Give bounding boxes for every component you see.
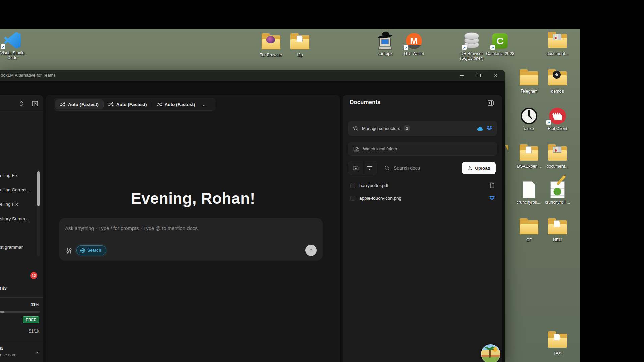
desktop-icon-neu[interactable]: NEU [542,218,573,242]
minimize-button[interactable] [454,70,469,81]
desktop-icon-label: crunchyroll.... [514,200,544,205]
sidebar-item-spelling-fix-2[interactable]: elling Fix [0,202,36,207]
desktop-icon-label: NEU [542,238,573,242]
desktop-icon-crunchyroll-2[interactable]: crunchyroll.... [542,180,573,205]
collapse-panel-left-icon[interactable] [31,100,39,108]
desktop-icon-dsaexperi[interactable]: DSAExperi... [514,144,544,169]
dropbox-icon [486,126,492,131]
folder-doc-icon [290,35,309,49]
desktop-icon-label: CF [514,238,544,242]
web-search-toggle[interactable]: Search [76,245,106,255]
desktop-icon-document-right[interactable]: document... [542,144,573,169]
model-tab-3[interactable]: Auto (Fastest) [152,99,200,109]
desktop-icon-i2p[interactable]: i2p [285,33,315,57]
sidebar-item-test-grammar[interactable]: st grammar [0,245,36,250]
folder-doc-icon [548,220,567,234]
watch-local-folder-row[interactable]: Watch local folder [348,142,497,156]
sidebar: elling Fix elling Correct... elling Fix … [0,95,43,362]
desktop-icon-label: Telegram [514,89,544,94]
connector-count-badge: 2 [404,125,410,132]
file-name: apple-touch-icon.png [359,196,485,201]
minimize-icon [460,75,464,76]
collapse-panel-right-icon[interactable] [487,100,494,106]
main-content: Auto (Fastest) Auto (Fastest) Auto (Fast… [46,95,340,362]
desktop-icon-surf-ppk[interactable]: surf.ppk [370,32,400,56]
upload-icon [467,166,472,171]
desktop-icon-tor-browser[interactable]: Tor Browser [256,33,286,57]
filter-icon [367,166,372,170]
tune-sliders-icon[interactable] [66,247,72,254]
desktop-icon-label: Camtasia 2023 [485,51,515,56]
desktop-icon-label: crunchyroll.... [542,200,573,205]
sidebar-scrollbar-thumb[interactable] [37,171,40,206]
usage-progress-bar [0,311,40,313]
upload-button[interactable]: Upload [462,162,496,174]
notification-count-badge: 12 [30,272,37,279]
shuffle-icon [108,102,114,107]
account-name: a [0,345,3,351]
folder-icon [520,220,538,234]
desktop-icon-riot-client[interactable]: ↗ Riot Client [542,107,573,131]
clock-icon [521,108,537,124]
desktop-icon-label: Visual Studio Code [0,51,26,60]
desktop-icon-db-browser[interactable]: ↗ DB Browser (SQLCipher) [457,32,487,61]
manage-connectors-row[interactable]: Manage connectors 2 [348,121,497,136]
new-folder-button[interactable] [348,161,363,175]
tropical-photo-icon[interactable] [481,344,500,362]
window-titlebar[interactable]: ookLM Alternative for Teams × [0,70,505,81]
plug-icon [352,124,360,132]
model-tab-2[interactable]: Auto (Fastest) [104,99,152,109]
account-menu-button[interactable] [36,350,38,356]
model-tab-label: Auto (Fastest) [68,102,99,107]
desktop-icon-label: GUI Wallet [399,51,429,56]
folder-photo-icon [548,146,567,161]
desktop-icon-demos[interactable]: demos [542,69,573,94]
sidebar-scrollbar-track[interactable] [37,169,40,256]
doc-search-field[interactable] [382,161,462,175]
file-checkbox[interactable] [350,183,355,188]
documents-title: Documents [350,99,381,106]
model-dropdown-button[interactable] [203,101,205,107]
sidebar-item-spelling-correct[interactable]: elling Correct... [0,187,36,192]
maximize-button[interactable] [471,70,486,81]
vscode-icon [4,32,21,49]
shuffle-icon [157,102,162,107]
file-checkbox[interactable] [350,196,355,201]
watch-local-folder-label: Watch local folder [363,146,397,152]
desktop-icon-gui-wallet[interactable]: M ↗ GUI Wallet [399,32,429,56]
desktop-icon-crunchyroll-1[interactable]: crunchyroll.... [514,180,544,205]
file-row-apple-touch-icon[interactable]: apple-touch-icon.png [348,192,497,204]
prompt-input[interactable] [64,223,299,233]
folder-doc-icon [548,334,567,348]
file-row-harrypotter[interactable]: harrypotter.pdf [348,180,497,191]
shortcut-arrow-icon: ↗ [490,45,495,50]
sidebar-item-spelling-fix-1[interactable]: elling Fix [0,173,36,178]
send-button[interactable]: ↑ [305,245,317,256]
agents-label[interactable]: nts [0,285,7,291]
desktop-icon-c-exe[interactable]: c.exe [514,107,544,131]
close-button[interactable]: × [488,70,503,81]
sidebar-item-repository-summary[interactable]: sitory Summ... [0,216,36,221]
desktop-icon-document-top[interactable]: document... [542,32,573,56]
model-tab-1[interactable]: Auto (Fastest) [55,99,103,109]
folder-plus-icon [353,165,359,171]
desktop-icon-label: Tor Browser [256,53,286,57]
filter-button[interactable] [363,161,377,175]
desktop-icon-label: DB Browser (SQLCipher) [457,51,487,61]
unfold-sort-icon[interactable] [17,100,25,108]
doc-search-input[interactable] [393,165,450,171]
desktop-icon-tax[interactable]: TAX [542,331,573,356]
desktop-icon-camtasia[interactable]: C ↗ Camtasia 2023 [485,32,515,56]
desktop-icon-vscode[interactable]: ↗ Visual Studio Code [0,31,26,60]
desktop-icon-label: DSAExperi... [514,164,544,169]
desktop-icon-label: i2p [285,53,315,57]
desktop-icon-label: Riot Client [542,126,573,131]
toolbar-button-group [348,161,377,175]
account-email: nse.com [0,352,16,357]
desktop-icon-label: demos [542,89,573,94]
desktop-icon-telegram[interactable]: Telegram [514,69,544,94]
desktop-icon-cf[interactable]: CF [514,218,544,242]
chevron-down-icon [203,103,206,107]
price-label: $1/1k [29,328,39,334]
folder-doc-icon [520,146,538,161]
